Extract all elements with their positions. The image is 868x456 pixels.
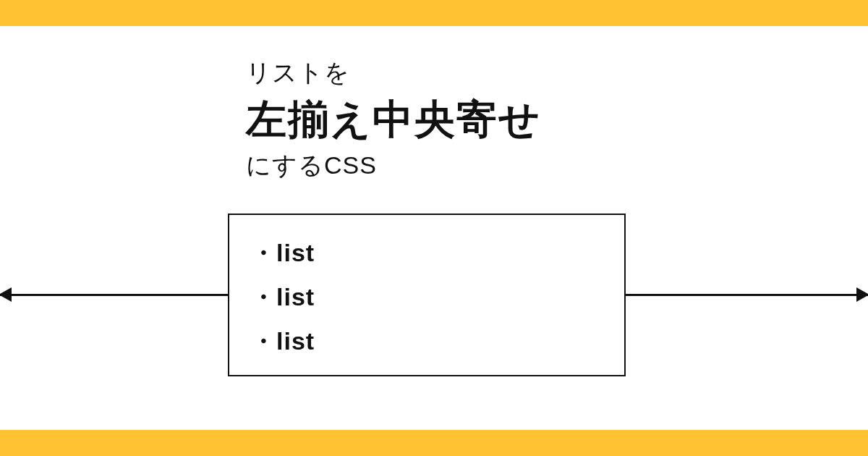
heading-line-2: 左揃え中央寄せ [246, 93, 541, 148]
list-item: ・list [251, 319, 603, 363]
heading-line-1: リストを [246, 56, 541, 90]
list-item: ・list [251, 275, 603, 319]
top-accent-band [0, 0, 868, 26]
list-item: ・list [251, 231, 603, 275]
list-box: ・list ・list ・list [228, 214, 626, 376]
arrow-left-icon [0, 294, 228, 296]
heading-block: リストを 左揃え中央寄せ にするCSS [246, 56, 541, 182]
heading-line-3: にするCSS [246, 149, 541, 182]
arrow-right-icon [626, 294, 868, 296]
bottom-accent-band [0, 430, 868, 456]
